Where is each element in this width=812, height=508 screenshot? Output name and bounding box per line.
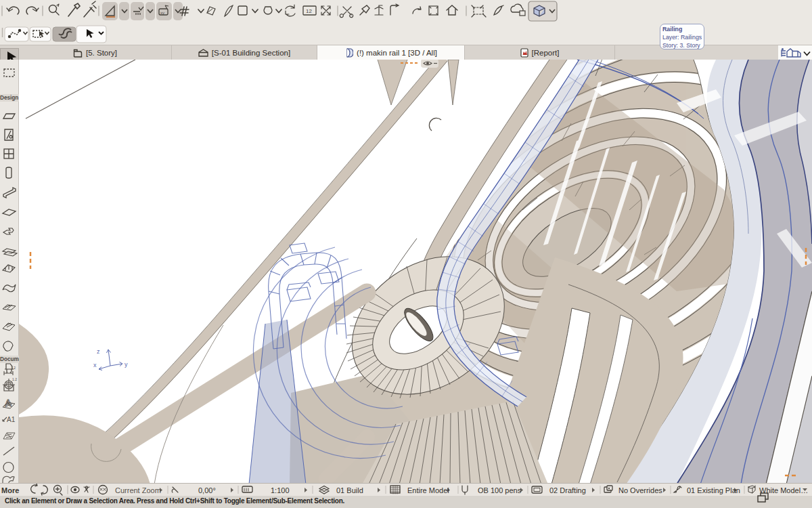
svg-text:1.2: 1.2 bbox=[12, 377, 17, 381]
svg-text:12: 12 bbox=[306, 8, 312, 14]
svg-text:A: A bbox=[5, 397, 12, 408]
svg-text:A1: A1 bbox=[7, 416, 16, 423]
svg-text:y: y bbox=[125, 361, 128, 368]
svg-text:z: z bbox=[97, 348, 100, 355]
svg-text:1.2: 1.2 bbox=[11, 366, 16, 370]
svg-text:x: x bbox=[93, 362, 97, 368]
svg-text:xy: xy bbox=[160, 11, 164, 15]
